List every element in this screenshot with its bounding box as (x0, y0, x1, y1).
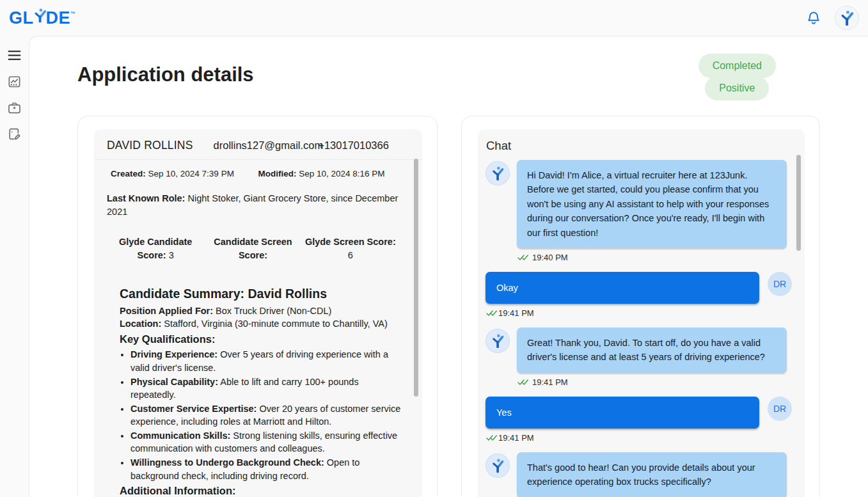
score-label: Candidate Screen Score: (214, 237, 292, 260)
created-value: Sep 10, 2024 7:39 PM (148, 169, 234, 178)
candidate-phone: +13017010366 (318, 139, 389, 152)
glyde-logo[interactable]: GL DE ™ (9, 10, 75, 27)
qualification-item: Communication Skills: Strong listening s… (130, 429, 406, 455)
message-bubble: Okay (485, 272, 759, 304)
chat-message-bot: Hi David! I'm Alice, a virtual recruiter… (485, 160, 805, 248)
read-receipt-icon (517, 254, 529, 261)
message-bubble: Yes (485, 397, 759, 429)
chat-message-bot: Great! Thank you, David. To start off, d… (485, 327, 805, 373)
candidate-card: DAVID ROLLINS drollins127@gmail.com +130… (77, 116, 438, 497)
key-qualifications-heading: Key Qualifications: (120, 331, 406, 348)
summary-detail: Position Applied For: Box Truck Driver (… (120, 304, 406, 318)
logo-text-left: GL (9, 10, 34, 27)
logo-text-right: DE (46, 10, 71, 27)
qualification-item: Willingness to Undergo Background Check:… (130, 456, 406, 482)
read-receipt-icon (486, 434, 498, 441)
qualification-label: Customer Service Expertise: (130, 404, 256, 414)
qualification-label: Driving Experience: (130, 349, 217, 359)
score-item: Glyde Screen Score: 6 (302, 235, 399, 262)
logo-trademark: ™ (70, 11, 75, 17)
production-chart-icon[interactable] (6, 73, 24, 90)
qualification-item: Driving Experience: Over 5 years of driv… (130, 348, 406, 374)
qualification-label: Willingness to Undergo Background Check: (130, 457, 324, 468)
candidate-scrollbar-thumb[interactable] (414, 159, 418, 397)
scores-row: Glyde Candidate Score: 3Candidate Screen… (107, 235, 399, 262)
qualification-label: Physical Capability: (130, 377, 218, 387)
score-item: Candidate Screen Score: (204, 235, 301, 262)
message-bubble: Great! Thank you, David. To start off, d… (517, 327, 787, 373)
glyde-person-y-icon (33, 8, 47, 25)
score-item: Glyde Candidate Score: 3 (107, 235, 204, 262)
modified-label: Modified: (258, 169, 297, 178)
menu-icon[interactable] (6, 47, 24, 63)
qualification-label: Communication Skills: (130, 430, 230, 441)
chat-messages: Hi David! I'm Alice, a virtual recruiter… (478, 153, 805, 497)
read-receipt-icon (517, 379, 529, 386)
candidate-summary: Candidate Summary: David Rollins Positio… (120, 287, 406, 497)
glyde-bot-avatar-icon (485, 329, 510, 353)
additional-information-heading: Additional Information: (120, 483, 406, 497)
main-content: Application details CompletedPositive DA… (29, 36, 868, 497)
score-label: Glyde Candidate Score: (119, 237, 192, 260)
message-timestamp: 19:41 PM (486, 433, 805, 443)
status-badges: CompletedPositive (698, 54, 776, 100)
clipboard-edit-icon[interactable] (6, 125, 24, 142)
glyde-bot-avatar-icon (485, 161, 510, 185)
candidate-panel[interactable]: DAVID ROLLINS drollins127@gmail.com +130… (94, 129, 422, 497)
detail-label: Position Applied For: (120, 306, 213, 316)
candidate-meta: Created: Sep 10, 2024 7:39 PM Modified: … (107, 169, 406, 178)
chat-panel[interactable]: Chat Hi David! I'm Alice, a virtual recr… (478, 129, 805, 497)
read-receipt-icon (486, 310, 498, 317)
detail-label: Location: (120, 319, 161, 329)
user-avatar[interactable] (835, 6, 859, 30)
candidate-header: DAVID ROLLINS drollins127@gmail.com +130… (94, 129, 422, 160)
created-label: Created: (111, 169, 146, 178)
qualifications-list: Driving Experience: Over 5 years of driv… (120, 348, 406, 482)
chat-card: Chat Hi David! I'm Alice, a virtual recr… (461, 116, 820, 497)
summary-detail: Location: Stafford, Virginia (30-minute … (120, 317, 406, 331)
chat-message-user: YesDR (485, 397, 805, 429)
modified-value: Sep 10, 2024 8:16 PM (299, 169, 384, 178)
sidebar (0, 36, 29, 497)
message-bubble: Hi David! I'm Alice, a virtual recruiter… (517, 160, 787, 248)
glyde-bot-avatar-icon (485, 454, 510, 478)
chat-title: Chat (478, 129, 805, 153)
topbar: GL DE ™ (0, 0, 868, 36)
briefcase-icon[interactable] (6, 99, 24, 116)
status-badge-positive: Positive (705, 76, 769, 100)
qualification-item: Customer Service Expertise: Over 20 year… (130, 402, 406, 429)
chat-message-bot: That's good to hear! Can you provide det… (485, 452, 805, 497)
candidate-name: DAVID ROLLINS (107, 139, 193, 152)
last-known-role: Last Known Role: Night Stoker, Giant Gro… (107, 192, 406, 219)
qualification-item: Physical Capability: Able to lift and ca… (130, 375, 406, 402)
score-label: Glyde Screen Score: (305, 237, 396, 247)
notifications-bell-icon[interactable] (804, 8, 823, 28)
candidate-email: drollins127@gmail.com (214, 139, 324, 152)
chat-message-user: OkayDR (485, 272, 805, 304)
message-bubble: That's good to hear! Can you provide det… (517, 452, 787, 497)
message-timestamp: 19:41 PM (517, 377, 805, 387)
chat-scrollbar-thumb[interactable] (796, 155, 801, 251)
user-avatar-initials: DR (768, 272, 792, 296)
user-avatar-initials: DR (768, 397, 792, 421)
message-timestamp: 19:40 PM (517, 253, 805, 262)
summary-title: Candidate Summary: David Rollins (120, 287, 406, 301)
message-timestamp: 19:41 PM (486, 308, 805, 318)
status-badge-completed: Completed (698, 54, 776, 78)
